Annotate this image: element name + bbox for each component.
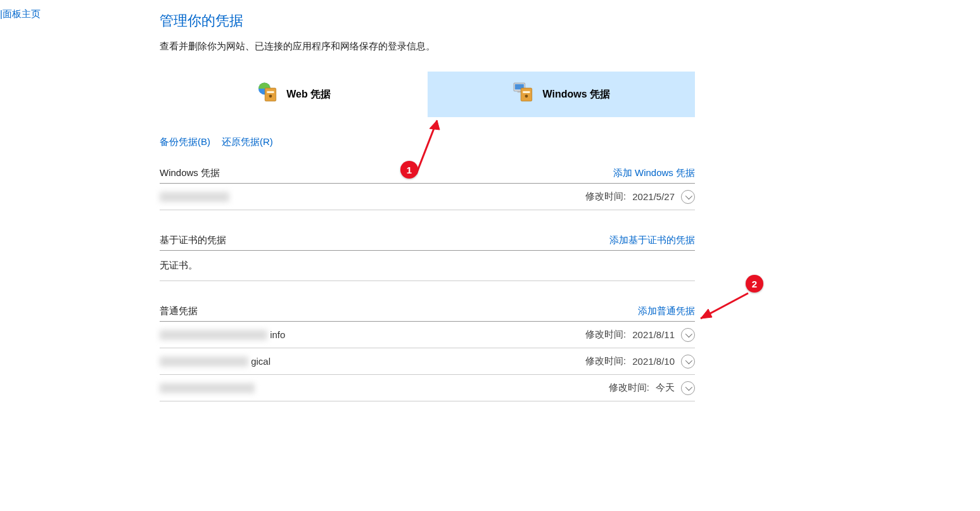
- add-generic-credential-link[interactable]: 添加普通凭据: [638, 305, 695, 317]
- annotation-badge-2: 2: [746, 275, 763, 293]
- modified-value: 今天: [656, 382, 675, 394]
- credential-name: info: [160, 329, 285, 340]
- modified-value: 2021/8/11: [632, 329, 675, 340]
- section-windows-title: Windows 凭据: [160, 167, 220, 179]
- modified-label: 修改时间:: [585, 355, 626, 367]
- redacted-text: [160, 192, 229, 202]
- annotation-badge-1: 1: [400, 161, 418, 179]
- credential-name: [160, 192, 229, 202]
- credential-name: gical: [160, 356, 270, 367]
- modified-label: 修改时间:: [609, 382, 649, 394]
- modified-label: 修改时间:: [585, 329, 626, 341]
- modified-label: 修改时间:: [585, 191, 626, 203]
- tab-web-label: Web 凭据: [286, 88, 331, 101]
- section-certificate-credentials: 基于证书的凭据 添加基于证书的凭据: [160, 234, 695, 251]
- redacted-text: [160, 356, 248, 367]
- svg-marker-11: [430, 120, 440, 130]
- credential-row[interactable]: 修改时间: 2021/5/27: [160, 184, 695, 210]
- expand-chevron-icon[interactable]: [681, 190, 695, 204]
- modified-value: 2021/8/10: [632, 356, 675, 367]
- svg-marker-13: [701, 309, 712, 319]
- modified-value: 2021/5/27: [632, 191, 675, 202]
- credential-row[interactable]: 修改时间: 今天: [160, 375, 695, 401]
- svg-point-9: [525, 94, 528, 98]
- credential-row[interactable]: info 修改时间: 2021/8/11: [160, 322, 695, 348]
- svg-rect-2: [267, 91, 274, 93]
- vault-globe-icon: [256, 81, 280, 108]
- no-certificates-text: 无证书。: [160, 251, 695, 281]
- expand-chevron-icon[interactable]: [681, 328, 695, 342]
- expand-chevron-icon[interactable]: [681, 355, 695, 369]
- credential-name: [160, 383, 255, 393]
- tab-windows-label: Windows 凭据: [542, 88, 610, 101]
- restore-credentials-link[interactable]: 还原凭据(R): [222, 136, 273, 148]
- control-panel-home-link[interactable]: |面板主页: [0, 8, 41, 20]
- backup-credentials-link[interactable]: 备份凭据(B): [160, 136, 210, 148]
- tab-windows-credentials[interactable]: Windows 凭据: [428, 72, 696, 117]
- credential-row[interactable]: gical 修改时间: 2021/8/10: [160, 348, 695, 375]
- add-certificate-credential-link[interactable]: 添加基于证书的凭据: [609, 234, 695, 246]
- svg-rect-8: [523, 91, 530, 93]
- redacted-text: [160, 330, 267, 340]
- redacted-text: [160, 383, 255, 393]
- section-certificate-title: 基于证书的凭据: [160, 234, 226, 246]
- page-subtitle: 查看并删除你为网站、已连接的应用程序和网络保存的登录信息。: [160, 41, 695, 53]
- section-generic-credentials: 普通凭据 添加普通凭据: [160, 305, 695, 322]
- section-generic-title: 普通凭据: [160, 305, 198, 317]
- add-windows-credential-link[interactable]: 添加 Windows 凭据: [613, 167, 695, 179]
- svg-point-3: [269, 94, 272, 98]
- expand-chevron-icon[interactable]: [681, 381, 695, 395]
- vault-monitor-icon: [512, 81, 536, 108]
- page-title: 管理你的凭据: [160, 11, 695, 30]
- annotation-arrow-2: [694, 288, 758, 326]
